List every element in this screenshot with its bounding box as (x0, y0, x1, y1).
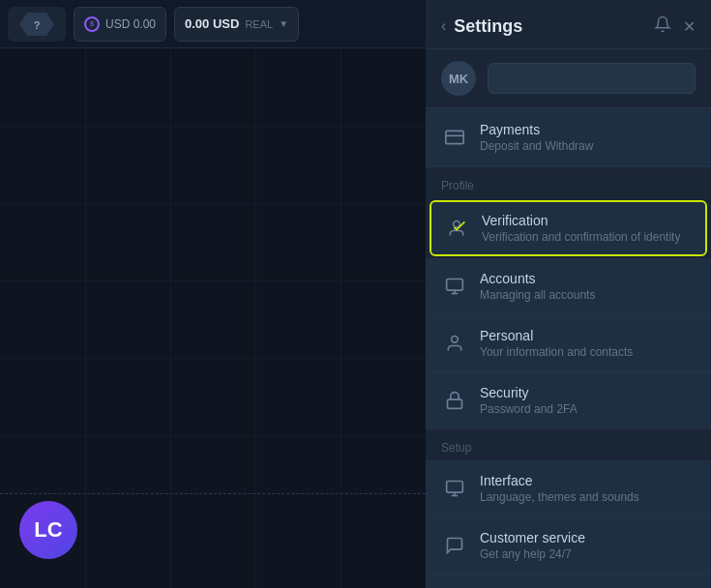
balance-button[interactable]: $ USD 0.00 (74, 7, 166, 42)
personal-icon (441, 330, 468, 357)
dashed-line (0, 493, 426, 494)
svg-rect-10 (447, 482, 463, 493)
personal-text: Personal Your information and contacts (480, 328, 633, 359)
payments-content: Payments Deposit and Withdraw (480, 122, 593, 153)
logo-button[interactable]: ? (8, 7, 66, 42)
customer-service-icon (441, 532, 468, 559)
svg-point-8 (452, 337, 459, 343)
security-text: Security Password and 2FA (480, 385, 578, 416)
accounts-text: Accounts Managing all accounts (480, 271, 595, 302)
notifications-item[interactable]: Notifications Promotions, Trading signal… (426, 574, 711, 588)
verification-item[interactable]: Verification Verification and confirmati… (430, 200, 707, 256)
currency-icon: $ (84, 16, 100, 32)
close-icon[interactable]: ✕ (683, 17, 696, 36)
chart-area: LC (0, 48, 426, 588)
security-title: Security (480, 385, 578, 400)
grid-line (0, 435, 426, 436)
trading-area: ? $ USD 0.00 0.00 USD REAL ▼ LC (0, 0, 426, 588)
settings-icon-group: ✕ (654, 15, 696, 37)
verification-subtitle: Verification and confirmation of identit… (482, 230, 680, 244)
verification-text: Verification Verification and confirmati… (482, 213, 680, 244)
settings-header: ‹ Settings ✕ (426, 0, 711, 49)
user-row: MK (426, 49, 711, 108)
verification-title: Verification (482, 213, 680, 228)
svg-rect-5 (447, 279, 463, 291)
personal-title: Personal (480, 328, 633, 343)
accounts-subtitle: Managing all accounts (480, 288, 595, 302)
svg-rect-2 (446, 131, 463, 143)
payments-title: Payments (480, 122, 593, 137)
svg-rect-9 (448, 399, 462, 408)
back-button[interactable]: ‹ (441, 17, 446, 35)
grid-line (0, 126, 426, 127)
notifications-icon[interactable] (654, 15, 671, 37)
user-name-field[interactable] (488, 63, 696, 94)
personal-item[interactable]: Personal Your information and contacts (426, 315, 711, 372)
security-item[interactable]: Security Password and 2FA (426, 372, 711, 429)
grid-line (255, 48, 256, 588)
interface-icon (441, 475, 468, 502)
customer-service-subtitle: Get any help 24/7 (480, 547, 585, 561)
settings-panel: ‹ Settings ✕ MK (426, 0, 711, 588)
amount-value: 0.00 USD (185, 16, 239, 31)
personal-subtitle: Your information and contacts (480, 345, 633, 359)
interface-subtitle: Language, themes and sounds (480, 490, 639, 504)
verification-icon (443, 215, 470, 242)
grid-line (0, 203, 426, 204)
profile-section-label: Profile (426, 167, 711, 198)
security-subtitle: Password and 2FA (480, 402, 578, 416)
interface-title: Interface (480, 473, 639, 488)
grid-line (170, 48, 171, 588)
interface-text: Interface Language, themes and sounds (480, 473, 639, 504)
dropdown-arrow-icon: ▼ (279, 18, 288, 29)
balance-label: USD 0.00 (105, 17, 156, 31)
accounts-title: Accounts (480, 271, 595, 286)
grid-line (0, 280, 426, 281)
avatar: MK (441, 61, 476, 96)
customer-service-item[interactable]: Customer service Get any help 24/7 (426, 517, 711, 574)
grid-line (85, 48, 86, 588)
settings-menu-scroll: MK Payments Deposit and Withdraw Profile (426, 49, 711, 588)
payments-item[interactable]: Payments Deposit and Withdraw (426, 108, 711, 167)
top-bar: ? $ USD 0.00 0.00 USD REAL ▼ (0, 0, 426, 48)
settings-title: Settings (454, 16, 654, 37)
customer-service-title: Customer service (480, 530, 585, 545)
security-icon (441, 387, 468, 414)
real-badge: REAL (245, 18, 273, 30)
grid-line (0, 358, 426, 359)
interface-item[interactable]: Interface Language, themes and sounds (426, 460, 711, 517)
logo-watermark: LC (19, 501, 77, 559)
payments-icon (441, 124, 468, 151)
accounts-icon (441, 273, 468, 300)
setup-section-label: Setup (426, 429, 711, 460)
customer-service-text: Customer service Get any help 24/7 (480, 530, 585, 561)
grid-line (341, 48, 341, 588)
amount-button[interactable]: 0.00 USD REAL ▼ (174, 7, 299, 42)
payments-subtitle: Deposit and Withdraw (480, 139, 593, 153)
svg-text:?: ? (34, 19, 41, 31)
accounts-item[interactable]: Accounts Managing all accounts (426, 258, 711, 315)
